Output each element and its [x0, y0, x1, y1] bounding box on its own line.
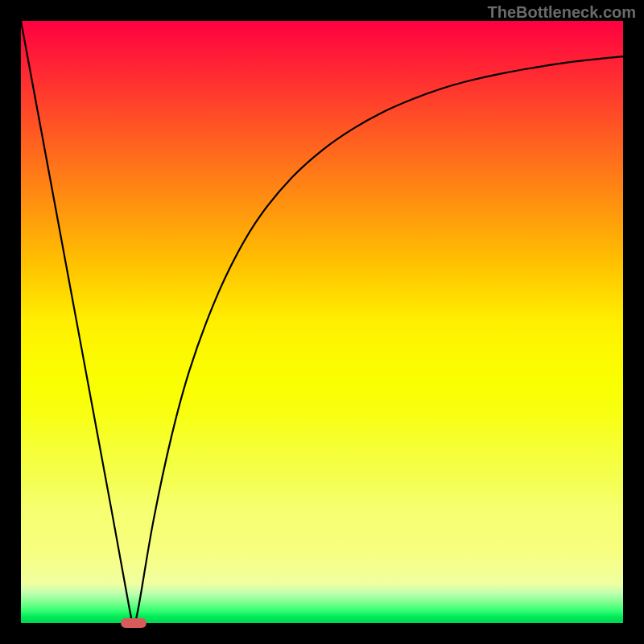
chart-container: TheBottleneck.com	[0, 0, 644, 644]
watermark-text: TheBottleneck.com	[488, 3, 636, 22]
plot-area	[21, 21, 623, 623]
curve-svg	[21, 21, 623, 623]
bottleneck-curve	[21, 21, 623, 623]
optimal-marker	[121, 618, 147, 627]
